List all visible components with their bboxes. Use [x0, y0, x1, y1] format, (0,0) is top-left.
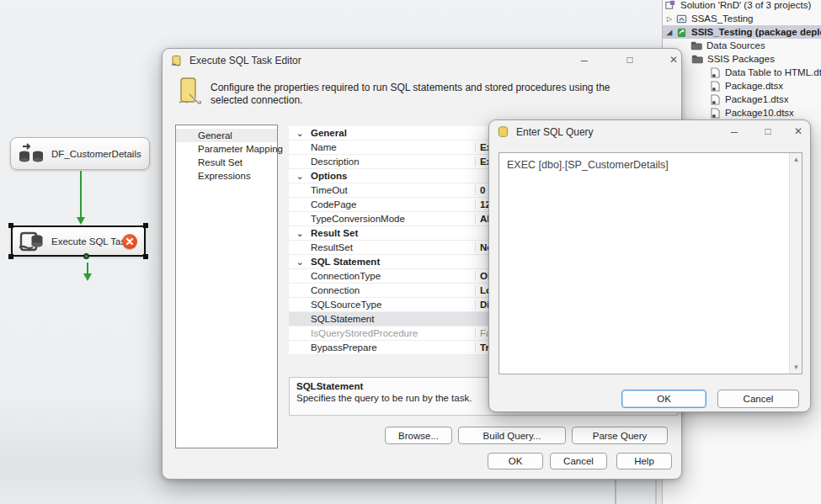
chevron-down-icon[interactable]: ⌄	[289, 129, 311, 137]
tree-item-data-sources[interactable]: Data Sources	[663, 39, 821, 52]
help-button[interactable]: Help	[616, 453, 672, 470]
task-error-icon[interactable]	[122, 234, 137, 249]
dialog-title: Execute SQL Task Editor	[189, 55, 301, 66]
task-label: Execute SQL Task	[51, 236, 131, 247]
dtsx-package-icon	[708, 93, 722, 105]
scroll-up-icon[interactable]: ▲	[790, 153, 802, 166]
tree-item-package[interactable]: Package.dtsx	[663, 79, 821, 93]
dtsx-package-icon	[708, 80, 722, 92]
build-query-button[interactable]: Build Query...	[458, 427, 566, 444]
ok-button[interactable]: OK	[621, 390, 706, 408]
chevron-down-icon[interactable]: ⌄	[289, 172, 311, 180]
execute-sql-task-node[interactable]: Execute SQL Task	[11, 225, 146, 257]
nav-item-expressions[interactable]: Expressions	[176, 169, 277, 183]
selection-handle[interactable]	[8, 254, 13, 259]
close-button[interactable]: ✕	[661, 49, 686, 71]
database-icon	[498, 126, 510, 139]
sql-query-text[interactable]: EXEC [dbo].[SP_CustomerDetails]	[507, 159, 783, 171]
dialog-titlebar[interactable]: Execute SQL Task Editor	[163, 49, 681, 72]
tree-item-label: SSIS Packages	[707, 54, 775, 64]
output-arrow-line[interactable]	[87, 263, 88, 273]
output-connector-handle[interactable]	[83, 253, 89, 259]
dtsx-package-icon	[708, 66, 722, 78]
tree-item-ssis-packages[interactable]: ◢ SSIS Packages	[663, 52, 821, 66]
minimize-button[interactable]: –	[722, 120, 747, 142]
scrollbar[interactable]: ▲ ▼	[789, 153, 802, 374]
editor-nav-list: General Parameter Mapping Result Set Exp…	[175, 125, 278, 448]
tree-item-label: SSIS_Testing (package deploy	[691, 27, 821, 37]
tree-item-label: Package10.dtsx	[725, 108, 794, 118]
selection-handle[interactable]	[8, 223, 13, 228]
ssis-project-icon	[674, 26, 688, 38]
tree-item-label: Package1.dtsx	[725, 94, 788, 104]
tree-item-package[interactable]: Package1.dtsx	[663, 93, 821, 106]
tree-item-label: Data Sources	[706, 40, 765, 50]
execute-sql-task-icon	[18, 231, 45, 252]
folder-icon	[690, 40, 703, 51]
ssas-project-icon	[674, 13, 688, 24]
solution-icon	[664, 0, 677, 11]
tree-item-ssas-testing[interactable]: ▷ SSAS_Testing	[663, 12, 821, 25]
precedence-arrow-line[interactable]	[80, 171, 82, 217]
maximize-button[interactable]: □	[755, 120, 781, 142]
scroll-down-icon[interactable]: ▼	[790, 361, 802, 374]
nav-item-general[interactable]: General	[176, 129, 277, 142]
tree-item-package[interactable]: Data Table to HTML.dtsx	[663, 66, 821, 79]
data-flow-task-icon	[18, 143, 45, 165]
tree-item-package[interactable]: Package10.dtsx	[663, 106, 821, 119]
dialog-description: Configure the properties required to run…	[211, 82, 644, 107]
dataflow-task-df-customerdetails[interactable]: DF_CustomerDetails	[10, 137, 150, 170]
nav-item-parameter-mapping[interactable]: Parameter Mapping	[176, 142, 277, 156]
cancel-button[interactable]: Cancel	[717, 390, 799, 408]
browse-button[interactable]: Browse...	[385, 427, 452, 444]
folder-icon	[690, 53, 704, 65]
ide-screen: DF_CustomerDetails Execute SQL Task Solu…	[0, 0, 821, 504]
cancel-button[interactable]: Cancel	[550, 453, 607, 470]
output-arrow-head	[83, 273, 92, 281]
dtsx-package-icon	[708, 107, 722, 119]
enter-sql-query-dialog: Enter SQL Query – □ ✕ EXEC [dbo].[SP_Cus…	[488, 119, 811, 412]
ok-button[interactable]: OK	[488, 453, 543, 470]
task-label: DF_CustomerDetails	[51, 149, 141, 159]
dialog-title: Enter SQL Query	[516, 126, 594, 138]
sql-query-input[interactable]: EXEC [dbo].[SP_CustomerDetails] ▲ ▼	[498, 152, 802, 374]
selection-handle[interactable]	[143, 223, 148, 228]
precedence-arrow-head	[77, 217, 85, 225]
close-button[interactable]: ✕	[786, 120, 811, 142]
maximize-button[interactable]: □	[617, 49, 642, 71]
nav-item-result-set[interactable]: Result Set	[176, 156, 277, 169]
tree-item-label: SSAS_Testing	[691, 13, 754, 24]
chevron-down-icon[interactable]: ⌄	[289, 229, 311, 237]
tree-item-label: Solution 'RnD' (3 of 3 projects)	[680, 0, 811, 10]
tree-item-ssis-testing[interactable]: ◢ SSIS_Testing (package deploy	[663, 25, 821, 39]
tree-item-label: Data Table to HTML.dtsx	[725, 67, 821, 77]
scroll-header-icon	[178, 77, 201, 106]
minimize-button[interactable]: –	[572, 49, 597, 71]
execute-sql-task-dialog-icon	[171, 55, 184, 67]
parse-query-button[interactable]: Parse Query	[572, 427, 668, 444]
chevron-collapsed-icon[interactable]: ▷	[664, 15, 674, 23]
selection-handle[interactable]	[143, 254, 148, 259]
chevron-expanded-icon[interactable]: ◢	[664, 29, 674, 36]
tree-item-solution[interactable]: Solution 'RnD' (3 of 3 projects)	[663, 0, 821, 12]
chevron-down-icon[interactable]: ⌄	[289, 257, 311, 266]
tree-item-label: Package.dtsx	[725, 81, 783, 91]
